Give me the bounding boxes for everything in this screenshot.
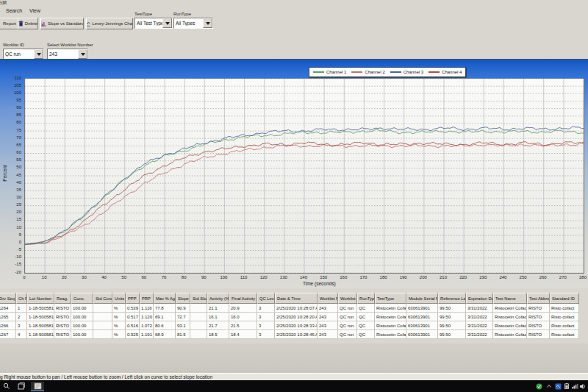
table-cell: 3/31/2022 xyxy=(466,304,493,313)
legend-swatch xyxy=(313,71,324,73)
column-header[interactable]: Activity (%) xyxy=(207,293,229,304)
column-header[interactable]: Max % Agg xyxy=(154,293,176,304)
app-window-icon[interactable] xyxy=(31,382,44,391)
column-header[interactable]: RunType xyxy=(357,293,375,304)
task-view-icon[interactable] xyxy=(16,382,26,391)
table-cell: 21.5 xyxy=(229,321,257,330)
test-type-dropdown[interactable]: All Test Types xyxy=(135,18,173,29)
results-table[interactable]: Drv Seq NoCh NoLot NumberReag.Conc.Std C… xyxy=(0,293,588,339)
column-header[interactable]: Reference Level xyxy=(438,293,466,304)
levey-jennings-chart-button[interactable]: Levey-Jennings Chart xyxy=(86,18,133,29)
run-type-dropdown[interactable]: All Types xyxy=(173,18,213,29)
taskbar[interactable] xyxy=(0,380,588,392)
slope-vs-standard-button[interactable]: Slope vs Standard xyxy=(40,18,84,29)
table-cell: QC run xyxy=(338,304,357,313)
table-cell: Ristocetin Cofactor xyxy=(493,313,527,321)
column-header[interactable]: Std Slope xyxy=(190,293,207,304)
column-header[interactable]: PPP xyxy=(126,293,140,304)
shield-icon[interactable] xyxy=(534,382,544,391)
button-label: Slope vs Standard xyxy=(48,21,84,26)
column-header[interactable]: PRP xyxy=(140,293,154,304)
worklist-id-dropdown[interactable]: QC run xyxy=(3,49,44,60)
table-cell: 0.516 xyxy=(126,321,140,330)
chevron-down-icon[interactable] xyxy=(203,18,212,28)
delete-button[interactable]: Delete xyxy=(18,18,38,29)
column-header[interactable]: Worklist ID xyxy=(338,293,357,304)
worklist-number-dropdown[interactable]: 243 xyxy=(47,49,88,60)
background-area xyxy=(0,343,588,373)
column-header[interactable]: Date & Time xyxy=(275,293,318,304)
table-cell: 16.0 xyxy=(229,313,257,321)
y-tick-label: 10 xyxy=(0,225,21,230)
table-cell: 77.8 xyxy=(154,304,176,313)
y-tick-label: 15 xyxy=(0,217,21,222)
table-cell: 630613901 xyxy=(406,304,438,313)
column-header[interactable]: QC Level xyxy=(257,293,275,304)
table-row[interactable]: 126741-18-500581RISTO100.00%0.5251.19168… xyxy=(0,330,588,339)
column-header[interactable]: Lot Number xyxy=(27,293,54,304)
column-header[interactable]: Module Serial No. xyxy=(406,293,438,304)
column-header[interactable]: Drv Seq No xyxy=(0,293,16,304)
menu-edit[interactable]: Edit xyxy=(0,0,7,5)
chevron-down-icon[interactable] xyxy=(34,49,43,59)
run-type-value: All Types xyxy=(174,21,203,26)
test-type-label: TestType xyxy=(135,12,152,16)
plot-area[interactable] xyxy=(24,78,584,274)
chart-panel[interactable]: Channel 1Channel 2Channel 3Channel 4 Per… xyxy=(0,59,588,288)
column-header[interactable]: TestType xyxy=(375,293,406,304)
table-cell xyxy=(190,330,207,339)
search-icon[interactable] xyxy=(1,382,12,391)
table-cell: 1-18-500581 xyxy=(27,304,54,313)
table-cell: 1.116 xyxy=(140,304,154,313)
test-type-value: All Test Types xyxy=(135,21,162,26)
x-tick-label: 260 xyxy=(536,275,551,279)
column-header[interactable]: Expiration Date xyxy=(466,293,493,304)
table-cell: 1.120 xyxy=(140,313,154,321)
y-tick-label: -5 xyxy=(0,247,21,252)
table-cell: Risto cofact xyxy=(550,304,579,313)
line-chart-icon xyxy=(86,21,90,27)
legend-swatch xyxy=(390,71,401,73)
column-header[interactable]: Conc. xyxy=(71,293,93,304)
x-axis-label: Time (seconds) xyxy=(303,281,336,286)
table-cell: RISTO xyxy=(527,304,550,313)
table-cell: 243 xyxy=(318,330,338,339)
chart-curves xyxy=(25,79,584,273)
desktop: { "menu": { "title_fragment": "Edit", "i… xyxy=(0,0,588,392)
x-tick-label: 140 xyxy=(296,275,311,279)
table-cell: 1-18-500581 xyxy=(27,313,54,321)
column-header[interactable]: Units xyxy=(112,293,126,304)
legend-item: Channel 1 xyxy=(313,70,346,74)
column-header[interactable]: Standard ID xyxy=(550,293,579,304)
chevron-down-icon[interactable] xyxy=(78,49,87,59)
volume-icon[interactable] xyxy=(578,382,588,391)
column-header[interactable]: Reag. xyxy=(54,293,71,304)
column-header[interactable]: Slope xyxy=(176,293,190,304)
y-tick-label: 90 xyxy=(0,105,21,110)
menu-item-search[interactable]: Search xyxy=(6,8,22,13)
x-tick-label: 180 xyxy=(376,275,391,279)
column-header[interactable]: Final Activity (%) xyxy=(229,293,257,304)
table-row[interactable]: 126521-18-500581RISTO100.00%0.5171.12069… xyxy=(0,313,588,321)
table-row[interactable]: 126631-18-500581RISTO100.00%0.5161.07280… xyxy=(0,321,588,330)
column-header[interactable]: Test Name xyxy=(493,293,527,304)
column-header[interactable]: Ch No xyxy=(16,293,27,304)
column-header[interactable]: Worklist No. xyxy=(318,293,338,304)
chevron-down-icon[interactable] xyxy=(162,18,172,28)
x-tick-label: 60 xyxy=(137,275,151,279)
x-tick-label: 70 xyxy=(157,275,171,279)
table-cell xyxy=(190,304,207,313)
x-tick-label: 80 xyxy=(176,275,191,279)
table-cell: % xyxy=(112,330,126,339)
legend-swatch xyxy=(429,71,440,73)
y-tick-label: 45 xyxy=(0,173,21,178)
legend-swatch xyxy=(351,71,362,73)
column-header[interactable]: Std Conc xyxy=(93,293,112,304)
y-tick-label: 60 xyxy=(0,150,21,155)
y-tick-label: 100 xyxy=(0,90,21,96)
y-tick-label: 5 xyxy=(0,232,21,238)
column-header[interactable]: Test Abbrev. xyxy=(527,293,550,304)
y-tick-label: 0 xyxy=(0,240,21,245)
table-row[interactable]: 126411-18-500581RISTO100.00%0.5391.11677… xyxy=(0,304,588,313)
menu-item-view[interactable]: View xyxy=(29,8,40,13)
